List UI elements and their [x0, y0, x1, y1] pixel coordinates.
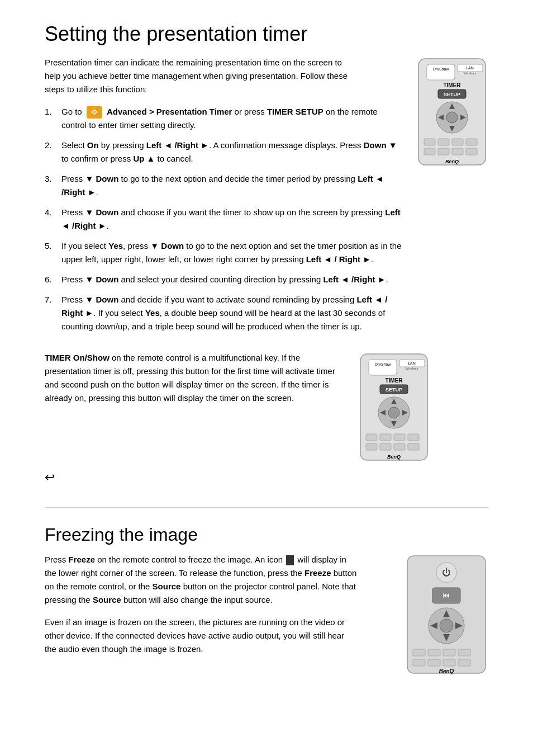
svg-rect-62 [458, 649, 470, 656]
note-icon: ↩ [45, 470, 55, 485]
timer-note-content: TIMER On/Show on the remote control is a… [45, 351, 488, 465]
svg-text:On/Show: On/Show [375, 362, 392, 366]
svg-text:SETUP: SETUP [444, 92, 460, 97]
step-content-1: Go to ⚙ Advanced > Presentation Timer or… [61, 105, 404, 132]
step5-down: ▼ Down [150, 241, 184, 251]
svg-text:Wireless: Wireless [463, 72, 476, 75]
svg-rect-21 [452, 148, 463, 155]
freeze-text: Press Freeze on the remote control to fr… [45, 553, 393, 663]
steps-list: Presentation timer can indicate the rema… [45, 56, 404, 340]
svg-rect-61 [443, 649, 455, 656]
svg-text:SETUP: SETUP [386, 387, 402, 393]
steps-area: Presentation timer can indicate the rema… [45, 56, 488, 340]
timer-note-text: TIMER On/Show on the remote control is a… [45, 351, 346, 405]
svg-rect-40 [380, 434, 391, 441]
section-timer: Setting the presentation timer Presentat… [45, 22, 488, 485]
svg-rect-66 [458, 659, 470, 666]
svg-point-14 [446, 112, 458, 123]
step-content-2: Select On by pressing Left ◄ /Right ►. A… [61, 139, 404, 166]
step-num-5: 5. [45, 239, 61, 266]
svg-rect-64 [428, 659, 440, 666]
step-content-5: If you select Yes, press ▼ Down to go to… [61, 239, 404, 266]
step1-menu-path: Advanced > Presentation Timer [107, 107, 232, 116]
timer-note-block: TIMER On/Show on the remote control is a… [45, 351, 488, 485]
svg-text:BenQ: BenQ [439, 668, 454, 674]
step1-timer-setup: TIMER SETUP [267, 107, 323, 116]
step-5: 5. If you select Yes, press ▼ Down to go… [45, 239, 404, 266]
step5-left-right: Left ◄ / Right ► [306, 254, 371, 264]
svg-rect-45 [394, 443, 405, 450]
section-freeze-title: Freezing the image [45, 525, 488, 545]
svg-rect-17 [452, 139, 463, 145]
source-bold-2: Source [93, 595, 121, 604]
svg-rect-16 [438, 139, 449, 145]
step2-left-right: Left ◄ /Right ► [146, 140, 209, 150]
svg-rect-63 [413, 659, 425, 666]
step7-down: ▼ Down [85, 295, 119, 304]
step-num-1: 1. [45, 105, 61, 132]
svg-text:BenQ: BenQ [445, 159, 459, 164]
svg-rect-22 [466, 148, 477, 155]
freeze-bold-1: Freeze [69, 555, 96, 564]
step4-down: ▼ Down [85, 207, 119, 217]
section-timer-title: Setting the presentation timer [45, 22, 488, 46]
source-bold-1: Source [153, 582, 181, 591]
svg-rect-41 [394, 434, 405, 441]
step-num-3: 3. [45, 172, 61, 199]
step7-yes: Yes [145, 308, 160, 318]
step2-on: On [87, 140, 99, 150]
step3-down: ▼ Down [85, 174, 119, 183]
step-2: 2. Select On by pressing Left ◄ /Right ►… [45, 139, 404, 166]
freeze-icon [286, 555, 294, 565]
step-1: 1. Go to ⚙ Advanced > Presentation Timer… [45, 105, 404, 132]
step-content-3: Press ▼ Down to go to the next option an… [61, 172, 404, 199]
remote-image-1: On/Show LAN Wireless TIMER SETUP [416, 56, 488, 169]
menu-icon: ⚙ [87, 106, 102, 119]
svg-text:TIMER: TIMER [385, 377, 403, 384]
freeze-para2: Even if an image is frozen on the screen… [45, 616, 358, 656]
svg-rect-65 [443, 659, 455, 666]
step-content-4: Press ▼ Down and choose if you want the … [61, 206, 404, 233]
svg-rect-39 [366, 434, 377, 441]
section-freeze: Freezing the image Press Freeze on the r… [45, 525, 488, 678]
timer-on-show-bold: TIMER On/Show [45, 353, 110, 362]
step-6: 6. Press ▼ Down and select your desired … [45, 273, 404, 286]
svg-text:On/Show: On/Show [433, 67, 450, 71]
remote-image-3: ⏻ ⏮ BenQ [404, 553, 488, 678]
steps-ol: 1. Go to ⚙ Advanced > Presentation Timer… [45, 105, 404, 333]
svg-rect-44 [380, 443, 391, 450]
svg-rect-15 [424, 139, 435, 145]
freeze-para1: Press Freeze on the remote control to fr… [45, 553, 358, 607]
svg-text:LAN: LAN [466, 66, 474, 70]
svg-rect-20 [438, 148, 449, 155]
step-num-7: 7. [45, 293, 61, 333]
step-3: 3. Press ▼ Down to go to the next option… [45, 172, 404, 199]
step6-left-right: Left ◄ /Right ► [323, 275, 386, 284]
step-7: 7. Press ▼ Down and decide if you want t… [45, 293, 404, 333]
step-num-6: 6. [45, 273, 61, 286]
svg-point-58 [440, 619, 453, 632]
step2-down: Down ▼ [364, 140, 397, 150]
freeze-bold-2: Freeze [304, 568, 331, 578]
svg-rect-18 [466, 139, 477, 145]
freeze-content: Press Freeze on the remote control to fr… [45, 553, 488, 678]
svg-text:LAN: LAN [408, 361, 416, 365]
svg-text:⏻: ⏻ [442, 568, 451, 577]
step2-up: Up ▲ [133, 154, 155, 163]
svg-rect-42 [408, 434, 419, 441]
svg-rect-43 [366, 443, 377, 450]
remote-image-2: On/Show LAN Wireless TIMER SETUP [358, 351, 430, 465]
step5-yes: Yes [108, 241, 123, 251]
step-4: 4. Press ▼ Down and choose if you want t… [45, 206, 404, 233]
step-num-4: 4. [45, 206, 61, 233]
svg-rect-59 [413, 649, 425, 656]
svg-text:⏮: ⏮ [442, 590, 450, 599]
intro-text: Presentation timer can indicate the rema… [45, 56, 358, 96]
svg-text:TIMER: TIMER [443, 82, 461, 88]
step-content-6: Press ▼ Down and select your desired cou… [61, 273, 404, 286]
svg-rect-46 [408, 443, 419, 450]
note-row: ↩ [45, 470, 488, 485]
svg-text:Wireless: Wireless [405, 367, 418, 370]
svg-point-38 [388, 407, 399, 418]
svg-text:BenQ: BenQ [387, 454, 401, 460]
